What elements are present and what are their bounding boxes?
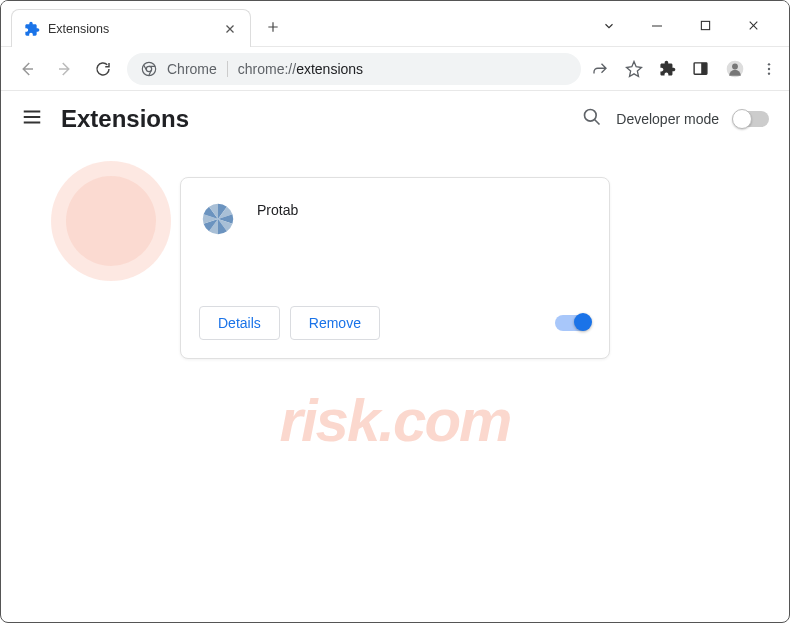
extensions-content: Protab Details Remove [1, 147, 789, 359]
browser-toolbar: Chrome chrome://extensions [1, 47, 789, 91]
search-icon[interactable] [582, 107, 602, 131]
svg-point-9 [768, 72, 770, 74]
browser-titlebar: Extensions [1, 1, 789, 47]
page-title: Extensions [61, 105, 189, 133]
svg-point-7 [768, 63, 770, 65]
hamburger-menu-icon[interactable] [21, 106, 43, 132]
reload-button[interactable] [89, 55, 117, 83]
extensions-puzzle-icon[interactable] [659, 60, 676, 77]
extension-card: Protab Details Remove [180, 177, 610, 359]
extension-app-icon [199, 200, 237, 238]
page-header: Extensions Developer mode [1, 91, 789, 147]
maximize-button[interactable] [695, 16, 715, 36]
toolbar-actions [591, 59, 777, 79]
minimize-button[interactable] [647, 16, 667, 36]
chevron-down-icon[interactable] [599, 16, 619, 36]
close-window-button[interactable] [743, 16, 763, 36]
extension-puzzle-icon [24, 21, 40, 37]
extension-enable-toggle[interactable] [555, 315, 591, 331]
new-tab-button[interactable] [259, 13, 287, 41]
tab-title: Extensions [48, 22, 214, 36]
developer-mode-toggle[interactable] [733, 111, 769, 127]
close-tab-icon[interactable] [222, 21, 238, 37]
omnibox-url: chrome://extensions [238, 61, 363, 77]
svg-point-8 [768, 67, 770, 69]
kebab-menu-icon[interactable] [761, 61, 777, 77]
share-icon[interactable] [591, 60, 609, 78]
address-bar[interactable]: Chrome chrome://extensions [127, 53, 581, 85]
forward-button[interactable] [51, 55, 79, 83]
omnibox-label: Chrome [167, 61, 217, 77]
chrome-icon [141, 61, 157, 77]
svg-rect-4 [701, 63, 707, 74]
profile-avatar-icon[interactable] [725, 59, 745, 79]
svg-point-6 [732, 63, 738, 69]
developer-mode-label: Developer mode [616, 111, 719, 127]
details-button[interactable]: Details [199, 306, 280, 340]
browser-tab[interactable]: Extensions [11, 9, 251, 47]
back-button[interactable] [13, 55, 41, 83]
extension-name: Protab [257, 202, 298, 218]
window-controls [599, 1, 789, 46]
svg-point-10 [585, 110, 597, 122]
divider [227, 61, 228, 77]
bookmark-star-icon[interactable] [625, 60, 643, 78]
sidepanel-icon[interactable] [692, 60, 709, 77]
svg-rect-0 [701, 21, 709, 29]
remove-button[interactable]: Remove [290, 306, 380, 340]
